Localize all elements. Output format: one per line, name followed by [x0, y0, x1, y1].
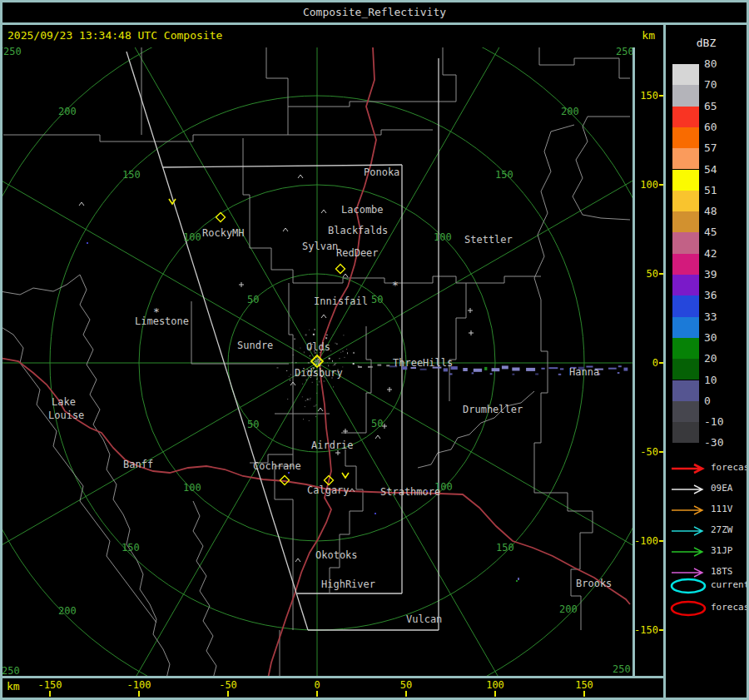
city-label: Drumheller: [463, 404, 523, 415]
colorbar-tick-label: 60: [704, 122, 717, 133]
colorbar-swatch: [672, 380, 699, 401]
city-label: Louise: [48, 410, 84, 421]
bottom-axis-tick: [405, 691, 407, 697]
storm-track-arrow-icon: [669, 481, 709, 501]
colorbar-tick-label: 30: [704, 332, 717, 344]
storm-track-arrow-icon: [669, 544, 709, 563]
colorbar-tick-label: 0: [704, 395, 711, 407]
storm-track-arrow-icon: [669, 523, 709, 543]
legend-item: 09EA: [666, 481, 747, 498]
colorbar-tick-label: 33: [704, 311, 717, 323]
star-marker: *: [392, 279, 399, 291]
legend-item: forecast: [666, 600, 747, 617]
legend-item: 111V: [666, 502, 747, 519]
colorbar-tick-label: 54: [704, 164, 717, 176]
bottom-axis-tick-label: 50: [385, 679, 427, 691]
colorbar-tick-label: 45: [704, 226, 717, 238]
right-axis-tick-label: 0: [625, 357, 658, 369]
bottom-axis-tick-label: -100: [118, 679, 160, 691]
svg-text:50: 50: [247, 294, 259, 305]
colorbar-swatch: [672, 254, 699, 275]
svg-text:150: 150: [495, 169, 513, 181]
colorbar-swatch: [672, 232, 699, 253]
legend-item-label: forecast: [711, 462, 749, 473]
panel-divider: [663, 25, 666, 698]
city-label: Banff: [123, 459, 153, 470]
bottom-axis: km -150-100-50050100150: [2, 678, 663, 698]
city-label: Olds: [306, 341, 330, 353]
map-svg: 2502502502502002002002001501501501501001…: [2, 47, 632, 676]
colorbar-swatch: [672, 422, 699, 443]
storm-ellipse-icon: [669, 578, 709, 598]
colorbar-tick-label: 80: [704, 58, 717, 70]
legend-item: current: [666, 578, 747, 594]
city-label: Limestone: [135, 315, 189, 327]
city-label: Airdrie: [311, 439, 354, 451]
caret-marker: [79, 202, 84, 206]
right-axis-tick-label: 50: [625, 268, 658, 280]
colorbar-swatch: [672, 359, 699, 380]
right-axis-tick-label: 100: [625, 179, 658, 191]
legend-item-label: forecast: [711, 602, 749, 613]
city-label: Didsbury: [295, 367, 343, 379]
bottom-axis-tick: [227, 691, 229, 697]
timestamp-label: 2025/09/23 13:34:48 UTC Composite: [7, 29, 222, 42]
colorbar-swatch: [672, 317, 699, 338]
svg-text:200: 200: [559, 603, 578, 615]
svg-text:250: 250: [3, 47, 22, 57]
lake-dot: [426, 490, 428, 492]
colorbar-tick-label: 36: [704, 290, 717, 301]
colorbar-swatch: [672, 170, 699, 191]
window-title: Composite_Reflectivity: [2, 2, 747, 25]
legend-item-label: 18TS: [711, 566, 733, 577]
colorbar-swatch: [672, 295, 699, 316]
bottom-axis-tick-label: -50: [207, 679, 249, 691]
lake-dot: [87, 242, 88, 244]
city-label: RockyMH: [202, 227, 245, 239]
svg-text:100: 100: [183, 482, 201, 494]
caret-marker: [375, 435, 380, 439]
svg-text:250: 250: [613, 663, 631, 675]
colorbar-tick-label: 65: [704, 101, 717, 112]
colorbar-tick-label: 39: [704, 269, 717, 280]
city-label: Brooks: [576, 578, 612, 589]
legend-item-label: 27ZW: [711, 524, 733, 535]
colorbar-tick-label: 70: [704, 79, 717, 91]
svg-text:150: 150: [496, 542, 514, 554]
right-axis-unit-label: km: [642, 29, 655, 42]
svg-text:100: 100: [434, 231, 452, 243]
bottom-axis-tick: [138, 691, 140, 697]
city-label: Okotoks: [315, 549, 358, 561]
site-diamond-marker: [216, 213, 226, 222]
city-label: Strathmore: [380, 486, 440, 498]
caret-marker: [343, 274, 348, 277]
azimuth-radials: [2, 47, 632, 676]
svg-text:50: 50: [371, 294, 383, 305]
right-axis-tick-label: -100: [625, 535, 658, 547]
legend-item-label: current: [711, 579, 749, 590]
city-label: RedDeer: [336, 247, 379, 259]
plus-marker: [239, 282, 244, 287]
storm-track-arrow-icon: [669, 460, 709, 480]
city-label: Hanna: [569, 366, 599, 378]
caret-marker: [295, 559, 300, 562]
bottom-axis-unit-label: km: [7, 680, 20, 693]
bottom-axis-tick-label: 100: [474, 679, 516, 691]
bottom-axis-tick-label: 0: [296, 679, 338, 691]
caret-marker: [283, 228, 288, 231]
city-label: Cochrane: [253, 460, 301, 472]
city-label: Lake: [52, 396, 76, 408]
colorbar-title: dBZ: [666, 37, 747, 49]
right-axis-tick-label: -150: [625, 624, 658, 636]
svg-text:50: 50: [247, 419, 259, 430]
colorbar-tick-label: 20: [704, 353, 717, 365]
svg-text:200: 200: [561, 106, 579, 117]
city-label: Stettler: [464, 234, 513, 246]
svg-text:250: 250: [2, 665, 20, 676]
bottom-axis-tick: [49, 691, 51, 697]
plus-marker: [468, 308, 473, 313]
lake-dot: [374, 513, 376, 514]
storm-ellipse-icon: [669, 600, 709, 620]
svg-text:50: 50: [371, 418, 383, 429]
colorbar-tick-label: -10: [704, 416, 723, 428]
